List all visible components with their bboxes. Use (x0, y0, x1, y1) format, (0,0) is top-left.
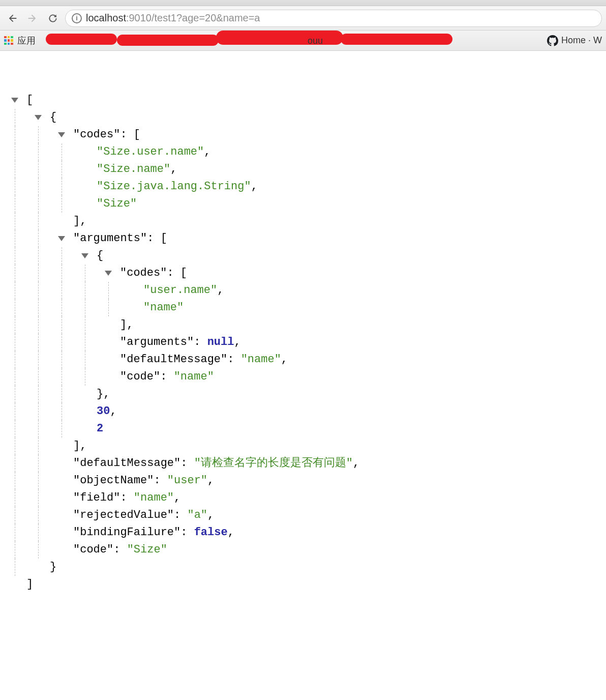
forward-button[interactable] (24, 10, 41, 26)
redaction-mark (341, 34, 452, 45)
json-line[interactable]: 2 (3, 420, 606, 438)
json-line[interactable]: "code": "name" (3, 368, 606, 386)
json-viewer: [ { "codes": [ "Size.user.name", "Size.n… (0, 51, 606, 614)
arrow-left-icon (7, 13, 17, 23)
collapse-toggle-icon[interactable] (58, 132, 65, 137)
bookmark-fragment: ouu (308, 36, 323, 46)
json-line[interactable]: } (3, 559, 606, 576)
url-path: :9010/test1?age=20&name=a (126, 12, 260, 23)
browser-toolbar: i localhost:9010/test1?age=20&name=a (0, 6, 606, 31)
bookmark-home[interactable]: Home · W (561, 35, 602, 46)
json-line[interactable]: ] (3, 576, 606, 593)
json-line[interactable]: "Size.java.lang.String", (3, 178, 606, 195)
json-line[interactable]: { (3, 109, 606, 126)
json-line[interactable]: "field": "name", (3, 489, 606, 507)
bookmarks-bar: 应用 ouu Home · W (0, 31, 606, 51)
collapse-toggle-icon[interactable] (11, 98, 18, 103)
json-line[interactable]: "Size" (3, 195, 606, 213)
arrow-right-icon (27, 13, 38, 23)
json-line[interactable]: "defaultMessage": "name", (3, 351, 606, 368)
redaction-mark (46, 34, 117, 45)
json-line[interactable]: "rejectedValue": "a", (3, 507, 606, 524)
json-line[interactable]: "defaultMessage": "请检查名字的长度是否有问题", (3, 455, 606, 472)
json-line[interactable]: [ (3, 92, 606, 109)
collapse-toggle-icon[interactable] (35, 115, 42, 120)
github-icon[interactable] (547, 35, 558, 46)
json-line[interactable]: "bindingFailure": false, (3, 524, 606, 541)
collapse-toggle-icon[interactable] (81, 253, 88, 258)
json-line[interactable]: 30, (3, 403, 606, 420)
redaction-mark (117, 35, 219, 46)
url-text: localhost:9010/test1?age=20&name=a (86, 12, 260, 24)
json-line[interactable]: "Size.user.name", (3, 143, 606, 161)
tab-strip (0, 0, 606, 6)
json-line[interactable]: ], (3, 316, 606, 334)
apps-label[interactable]: 应用 (17, 35, 36, 47)
json-line[interactable]: "code": "Size" (3, 541, 606, 559)
redaction-mark (216, 31, 343, 45)
json-line[interactable]: "arguments": null, (3, 334, 606, 351)
json-line[interactable]: "arguments": [ (3, 230, 606, 247)
back-button[interactable] (4, 10, 20, 26)
collapse-toggle-icon[interactable] (58, 236, 65, 241)
json-line[interactable]: }, (3, 386, 606, 403)
apps-icon[interactable] (4, 36, 13, 45)
json-line[interactable]: "codes": [ (3, 126, 606, 143)
json-line[interactable]: "objectName": "user", (3, 472, 606, 489)
address-bar[interactable]: i localhost:9010/test1?age=20&name=a (65, 10, 602, 27)
reload-icon (48, 13, 58, 23)
json-line[interactable]: ], (3, 213, 606, 230)
json-line[interactable]: ], (3, 438, 606, 455)
site-info-icon[interactable]: i (72, 13, 82, 23)
json-line[interactable]: { (3, 247, 606, 265)
collapse-toggle-icon[interactable] (105, 271, 112, 276)
json-line[interactable]: "Size.name", (3, 161, 606, 178)
json-line[interactable]: "name" (3, 299, 606, 316)
reload-button[interactable] (45, 10, 61, 26)
json-line[interactable]: "codes": [ (3, 265, 606, 282)
json-line[interactable]: "user.name", (3, 282, 606, 299)
url-host: localhost (86, 12, 126, 23)
